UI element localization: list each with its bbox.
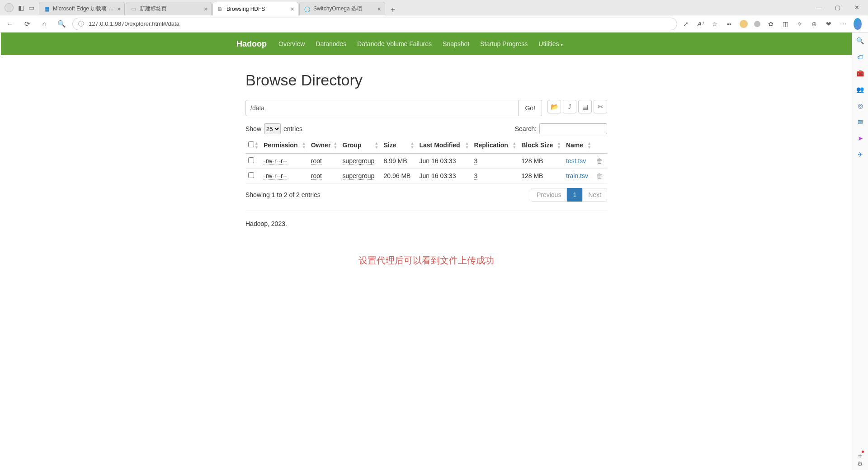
extension-dot-icon[interactable] [754,21,760,27]
open-folder-button[interactable]: 📂 [547,100,561,113]
sort-icon[interactable]: ▲▼ [410,141,414,150]
tab-strip: ▦ Microsoft Edge 加载项 - Switchy × ▭ 新建标签页… [39,0,807,15]
send-sidebar-icon[interactable]: ✈ [856,150,865,159]
delete-icon[interactable]: 🗑 [596,172,603,179]
extensions-menu-icon[interactable]: ✿ [767,20,775,28]
browser-tab[interactable]: ▭ 新建标签页 × [126,2,212,15]
row-checkbox[interactable] [248,157,254,163]
search-sidebar-icon[interactable]: 🔍 [856,36,865,45]
path-input[interactable] [245,100,519,116]
sidebar-settings-icon[interactable]: ⚙ [857,460,863,467]
permission-cell[interactable]: -rw-r--r-- [264,157,287,165]
maximize-button[interactable]: ▢ [834,4,842,11]
close-tab-icon[interactable]: × [204,5,208,13]
sort-icon[interactable]: ▲▼ [587,141,591,150]
pager-prev[interactable]: Previous [531,188,567,202]
filename-link[interactable]: test.tsv [566,157,586,164]
row-checkbox[interactable] [248,172,254,178]
zoom-icon[interactable]: ⤢ [682,20,690,28]
col-size[interactable]: Size [383,141,396,149]
collections-icon[interactable]: ⊕ [810,20,818,28]
nav-overview[interactable]: Overview [278,40,305,47]
pagination: Previous 1 Next [531,188,607,202]
outlook-sidebar-icon[interactable]: ✉ [856,118,865,127]
people-sidebar-icon[interactable]: 👥 [856,85,865,94]
extension-icon[interactable]: ▪▪ [725,20,733,28]
search-button[interactable]: 🔍 [55,18,68,30]
url-box[interactable]: ⓘ 127.0.0.1:9870/explorer.html#/data [72,18,677,30]
permission-cell[interactable]: -rw-r--r-- [264,172,287,180]
close-tab-icon[interactable]: × [117,5,121,13]
home-button[interactable]: ⌂ [38,18,51,30]
pager-page-1[interactable]: 1 [567,188,582,202]
sort-icon[interactable]: ▲▼ [557,141,561,150]
address-bar: ← ⟳ ⌂ 🔍 ⓘ 127.0.0.1:9870/explorer.html#/… [0,15,868,33]
sort-icon[interactable]: ▲▼ [375,141,378,150]
size-cell: 20.96 MB [383,172,410,179]
workspace-icon[interactable]: ◧ [18,4,24,11]
read-aloud-icon[interactable]: A⁾ [696,20,704,28]
delete-icon[interactable]: 🗑 [596,157,603,164]
split-screen-icon[interactable]: ◫ [781,20,789,28]
nav-volume-failures[interactable]: Datanode Volume Failures [357,40,432,47]
minimize-button[interactable]: — [815,4,823,11]
col-block[interactable]: Block Size [521,141,553,149]
site-info-icon[interactable]: ⓘ [78,20,84,28]
go-button[interactable]: Go! [519,100,542,116]
browser-tab[interactable]: ◯ SwitchyOmega 选项 × [299,2,385,15]
more-menu-icon[interactable]: ⋯ [839,20,847,28]
shopping-sidebar-icon[interactable]: 🏷 [856,52,865,61]
office-sidebar-icon[interactable]: ◎ [856,101,865,110]
add-sidebar-icon[interactable]: + [858,451,863,461]
sort-icon[interactable]: ▲▼ [334,141,337,150]
browser-tab-active[interactable]: 🗎 Browsing HDFS × [212,2,298,15]
nav-utilities-dropdown[interactable]: Utilities▾ [538,40,563,47]
col-group[interactable]: Group [343,141,362,149]
tab-actions-icon[interactable]: ▭ [28,4,34,11]
filename-link[interactable]: train.tsv [566,172,588,179]
nav-startup-progress[interactable]: Startup Progress [480,40,528,47]
sort-icon[interactable]: ▲▼ [512,141,516,150]
performance-icon[interactable]: ❤ [825,20,833,28]
new-tab-button[interactable]: + [386,5,400,15]
close-window-button[interactable]: ✕ [853,4,861,11]
owner-cell[interactable]: root [311,172,322,180]
replication-cell[interactable]: 3 [474,157,477,165]
profile-avatar-icon[interactable] [5,3,14,12]
list-icon: ▤ [582,103,588,110]
owner-cell[interactable]: root [311,157,322,165]
page-title: Browse Directory [245,71,607,89]
select-all-checkbox[interactable] [248,141,254,147]
browser-tab[interactable]: ▦ Microsoft Edge 加载项 - Switchy × [39,2,125,15]
replication-cell[interactable]: 3 [474,172,477,180]
group-cell[interactable]: supergroup [343,157,375,165]
nav-datanodes[interactable]: Datanodes [316,40,346,47]
nav-snapshot[interactable]: Snapshot [443,40,469,47]
refresh-button[interactable]: ⟳ [21,18,33,30]
close-tab-icon[interactable]: × [291,5,294,13]
col-permission[interactable]: Permission [264,141,297,149]
drop-sidebar-icon[interactable]: ➤ [856,134,865,143]
new-dir-button[interactable]: ▤ [578,100,592,113]
sort-icon[interactable]: ▲▼ [255,141,258,150]
cut-button[interactable]: ✄ [594,100,607,113]
group-cell[interactable]: supergroup [343,172,375,180]
col-modified[interactable]: Last Modified [419,141,460,149]
brand[interactable]: Hadoop [236,39,267,49]
sort-icon[interactable]: ▲▼ [302,141,306,150]
back-button[interactable]: ← [4,18,16,30]
tools-sidebar-icon[interactable]: 🧰 [856,69,865,78]
favorite-icon[interactable]: ☆ [711,20,719,28]
entries-select[interactable]: 25 [264,123,281,134]
sort-icon[interactable]: ▲▼ [465,141,469,150]
close-tab-icon[interactable]: × [377,5,381,13]
col-replication[interactable]: Replication [474,141,508,149]
pager-next[interactable]: Next [582,188,607,202]
extension-avatar-icon[interactable] [740,20,748,28]
col-name[interactable]: Name [566,141,583,149]
search-input[interactable] [539,123,607,134]
col-owner[interactable]: Owner [311,141,331,149]
favorites-bar-icon[interactable]: ✧ [796,20,804,28]
copilot-icon[interactable] [854,18,862,30]
parent-dir-button[interactable]: ⤴ [563,100,576,113]
